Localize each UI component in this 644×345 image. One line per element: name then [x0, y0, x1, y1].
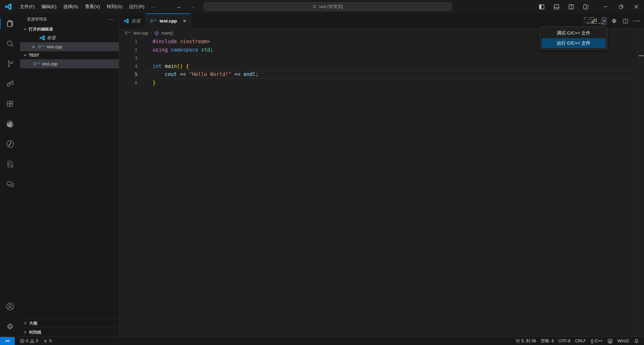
explorer-more-actions-icon[interactable]: ···: [109, 17, 115, 22]
timeline-section[interactable]: 时间线: [20, 328, 119, 337]
platform-config[interactable]: Win32: [615, 337, 632, 345]
restore-button[interactable]: [613, 0, 629, 13]
minimize-button[interactable]: [598, 0, 613, 13]
open-editors-label: 打开的编辑器: [29, 26, 53, 32]
cpp-file-icon: C⁺⁺: [125, 31, 131, 35]
indentation[interactable]: 空格: 4: [538, 337, 556, 345]
line-number: 5: [119, 72, 138, 77]
breadcrumb-separator-icon: ›: [151, 31, 152, 36]
git-graph-icon[interactable]: [0, 134, 20, 154]
menu-view[interactable]: 查看(V): [82, 2, 103, 11]
warning-icon: [30, 339, 35, 343]
chevron-down-icon: [23, 53, 28, 58]
toggle-secondary-sidebar-icon[interactable]: [566, 2, 577, 11]
chevron-right-icon: [23, 321, 28, 326]
overview-cursor-marker: [639, 55, 644, 56]
menu-item-run-cpp[interactable]: 运行 C/C++ 文件: [541, 38, 606, 48]
code-editor[interactable]: 1#include <iostream>2using namespace std…: [119, 38, 638, 337]
line-number: 2: [119, 47, 138, 53]
menu-item-debug-cpp[interactable]: 调试 C/C++ 文件: [541, 28, 606, 38]
menu-go[interactable]: 转到(G): [103, 2, 126, 11]
cursor-position[interactable]: 行 5, 列 36: [514, 337, 538, 345]
settings-gear-icon[interactable]: [0, 317, 20, 337]
close-tab-icon[interactable]: ×: [183, 18, 186, 24]
chat-icon[interactable]: [0, 174, 20, 194]
source-control-icon[interactable]: [0, 54, 20, 74]
code-line[interactable]: 6}: [119, 79, 638, 87]
breadcrumb-file[interactable]: test.cpp: [133, 31, 148, 36]
search-icon: [313, 5, 317, 9]
ports-indicator[interactable]: 0: [41, 337, 54, 345]
toggle-primary-sidebar-icon[interactable]: [536, 2, 547, 11]
tab-welcome[interactable]: 欢迎: [119, 13, 146, 28]
cpp-file-icon: C⁺⁺: [34, 62, 40, 66]
chevron-right-icon: [23, 330, 28, 335]
activity-bar-spacer: [0, 194, 20, 296]
overview-ruler: [638, 13, 638, 337]
outline-section[interactable]: 大纲: [20, 319, 119, 328]
breadcrumb-symbol[interactable]: main(): [161, 31, 173, 36]
customize-layout-icon[interactable]: [580, 2, 592, 11]
close-editor-icon[interactable]: ×: [31, 44, 36, 50]
file-label: test.cpp: [42, 61, 58, 66]
vscode-logo-icon: [124, 18, 129, 23]
edge-browser-icon[interactable]: [0, 114, 20, 134]
file-testcpp[interactable]: C⁺⁺ test.cpp: [20, 59, 119, 68]
warning-count: 0: [36, 339, 38, 343]
command-center-search[interactable]: test [管理员]: [204, 2, 452, 11]
activity-bar: [0, 13, 20, 337]
sidebar-title: 资源管理器: [27, 16, 47, 22]
menu-file[interactable]: 文件(F): [16, 2, 38, 11]
line-number: 1: [119, 39, 138, 44]
run-dropdown-menu: 调试 C/C++ 文件 运行 C/C++ 文件: [540, 26, 607, 50]
editor-area: 欢迎 C⁺⁺ test.cpp × ··· C⁺⁺ test.cpp ›: [119, 13, 644, 337]
notifications-bell-icon[interactable]: [632, 337, 641, 345]
code-line[interactable]: 4int main() {: [119, 62, 638, 71]
split-editor-icon[interactable]: [621, 17, 630, 25]
tab-testcpp[interactable]: C⁺⁺ test.cpp ×: [146, 13, 191, 28]
menu-selection[interactable]: 选择(S): [60, 2, 82, 11]
remote-indicator[interactable]: ><: [0, 337, 15, 345]
toggle-panel-icon[interactable]: [551, 2, 562, 11]
open-editors-section[interactable]: 打开的编辑器: [20, 25, 119, 33]
chevron-down-icon: [23, 27, 28, 31]
vscode-logo-icon: [5, 3, 12, 10]
language-mode[interactable]: {} C++: [588, 337, 605, 345]
error-icon: [20, 339, 24, 343]
cpp-properties-icon[interactable]: [0, 154, 20, 174]
tab-label: test.cpp: [160, 18, 177, 23]
code-line[interactable]: 5 cout << "Hello World!" << endl;: [119, 70, 638, 79]
folder-section-test[interactable]: TEST: [20, 51, 119, 59]
error-count: 0: [26, 339, 28, 343]
status-bar: >< 0 0 0 行 5, 列 36 空格: 4 UTF-8 CRLF {} C…: [0, 337, 644, 345]
ports-count: 0: [49, 339, 52, 343]
navigate-forward-icon[interactable]: →: [190, 3, 195, 10]
search-view-icon[interactable]: [0, 33, 20, 54]
open-editor-welcome[interactable]: 欢迎: [20, 33, 119, 42]
timeline-label: 时间线: [29, 330, 41, 335]
search-text: test [管理员]: [319, 4, 343, 10]
code-line[interactable]: 3: [119, 54, 638, 62]
encoding[interactable]: UTF-8: [556, 337, 573, 345]
open-editor-label: test.cpp: [47, 44, 62, 49]
explorer-sidebar: 资源管理器 ··· 打开的编辑器 欢迎 × C⁺⁺ test.cpp TEST …: [20, 13, 119, 337]
cpp-file-icon: C⁺⁺: [38, 45, 45, 49]
close-button[interactable]: [629, 0, 644, 13]
editor-more-actions-icon[interactable]: ···: [633, 17, 641, 25]
menu-edit[interactable]: 编辑(E): [38, 2, 60, 11]
problems-indicator[interactable]: 0 0: [17, 337, 41, 345]
menu-more-icon[interactable]: ···: [148, 3, 159, 11]
navigate-back-icon[interactable]: ←: [176, 3, 182, 10]
menu-run[interactable]: 运行(R): [126, 2, 148, 11]
line-number: 3: [119, 55, 138, 61]
account-icon[interactable]: [0, 296, 20, 317]
run-and-debug-icon[interactable]: [0, 74, 20, 94]
tab-label: 欢迎: [131, 18, 141, 24]
extensions-icon[interactable]: [0, 94, 20, 114]
folder-label: TEST: [29, 53, 39, 58]
eol-sequence[interactable]: CRLF: [573, 337, 588, 345]
open-editor-testcpp[interactable]: × C⁺⁺ test.cpp: [20, 42, 119, 51]
explorer-icon[interactable]: [0, 13, 20, 33]
feedback-icon[interactable]: [605, 337, 615, 345]
outline-label: 大纲: [29, 321, 37, 326]
